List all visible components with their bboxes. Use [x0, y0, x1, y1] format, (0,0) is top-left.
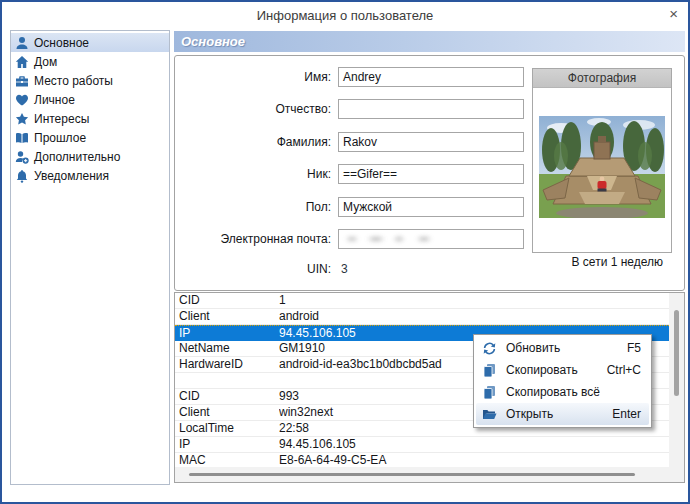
section-header: Основное: [174, 31, 685, 52]
gender-label: Пол:: [175, 197, 331, 217]
sidebar-item-interests[interactable]: Интересы: [11, 109, 169, 128]
surname-field[interactable]: Rakov: [338, 132, 524, 152]
menu-shortcut: Enter: [612, 407, 641, 421]
user-photo: [539, 116, 665, 218]
sidebar-item-label: Дом: [34, 55, 57, 69]
sidebar-item-home[interactable]: Дом: [11, 52, 169, 71]
horizontal-scrollbar[interactable]: [175, 467, 684, 482]
sidebar-item-notifications[interactable]: Уведомления: [11, 166, 169, 185]
sidebar-item-label: Дополнительно: [34, 150, 120, 164]
menu-item-label: Открыть: [506, 407, 603, 421]
open-folder-icon: [482, 407, 497, 422]
sidebar-item-personal[interactable]: Личное: [11, 90, 169, 109]
uin-value: 3: [341, 262, 348, 276]
online-status: В сети 1 неделю: [572, 255, 663, 269]
nick-label: Ник:: [175, 164, 331, 184]
sidebar-item-past[interactable]: Прошлое: [11, 128, 169, 147]
patronymic-label: Отчество:: [175, 99, 331, 119]
horizontal-scrollbar-thumb[interactable]: [189, 473, 635, 476]
table-row[interactable]: IP94.45.106.105: [175, 437, 669, 453]
profile-form: Имя: Andrey Отчество: Фамилия: Rakov Ник…: [174, 55, 685, 291]
copy-all-icon: [482, 385, 497, 400]
menu-item-label: Скопировать всё: [506, 385, 632, 399]
name-label: Имя:: [175, 67, 331, 87]
vertical-scrollbar[interactable]: [669, 293, 684, 467]
table-row[interactable]: Clientandroid: [175, 309, 669, 325]
sidebar-item-label: Личное: [34, 93, 75, 107]
person-plus-icon: [15, 150, 29, 164]
surname-label: Фамилия:: [175, 132, 331, 152]
blurred-email-value: [342, 234, 442, 244]
home-icon: [15, 55, 29, 69]
menu-shortcut: F5: [627, 341, 641, 355]
sidebar-item-main[interactable]: Основное: [11, 33, 169, 52]
book-icon: [15, 131, 29, 145]
photo-panel-title: Фотография: [533, 69, 671, 88]
sidebar-item-label: Основное: [34, 36, 89, 50]
email-field[interactable]: [338, 229, 524, 249]
user-info-dialog: Информация о пользователе × Основное Дом…: [0, 0, 690, 504]
nick-field[interactable]: ==Gifer==: [338, 164, 524, 184]
menu-item-label: Скопировать: [506, 363, 598, 377]
table-row[interactable]: CID1: [175, 293, 669, 309]
close-icon[interactable]: ×: [669, 6, 678, 22]
refresh-icon: [482, 341, 497, 356]
sidebar-item-additional[interactable]: Дополнительно: [11, 147, 169, 166]
sidebar-item-label: Место работы: [34, 74, 113, 88]
sidebar: Основное Дом Место работы Личное Интерес…: [10, 30, 170, 485]
sidebar-item-label: Интересы: [34, 112, 89, 126]
context-menu: Обновить F5 Скопировать Ctrl+C Скопирова…: [473, 334, 652, 428]
sidebar-item-label: Уведомления: [34, 169, 109, 183]
vertical-scrollbar-thumb[interactable]: [674, 310, 679, 396]
briefcase-icon: [15, 74, 29, 88]
bell-icon: [15, 169, 29, 183]
star-icon: [15, 112, 29, 126]
sidebar-item-label: Прошлое: [34, 131, 86, 145]
menu-item-copy-all[interactable]: Скопировать всё: [476, 381, 649, 403]
menu-item-label: Обновить: [506, 341, 618, 355]
sidebar-item-work[interactable]: Место работы: [11, 71, 169, 90]
menu-shortcut: Ctrl+C: [607, 363, 641, 377]
menu-item-refresh[interactable]: Обновить F5: [476, 337, 649, 359]
patronymic-field[interactable]: [338, 99, 524, 119]
menu-item-copy[interactable]: Скопировать Ctrl+C: [476, 359, 649, 381]
uin-label: UIN:: [175, 262, 331, 276]
heart-icon: [15, 93, 29, 107]
copy-icon: [482, 363, 497, 378]
name-field[interactable]: Andrey: [338, 67, 524, 87]
dialog-title: Информация о пользователе: [2, 8, 688, 23]
photo-panel: Фотография: [532, 68, 672, 253]
gender-field[interactable]: Мужской: [338, 197, 524, 217]
menu-item-open[interactable]: Открыть Enter: [476, 403, 649, 425]
email-label: Электронная почта:: [175, 229, 331, 249]
person-icon: [15, 36, 29, 50]
title-bar: Информация о пользователе ×: [2, 2, 688, 28]
